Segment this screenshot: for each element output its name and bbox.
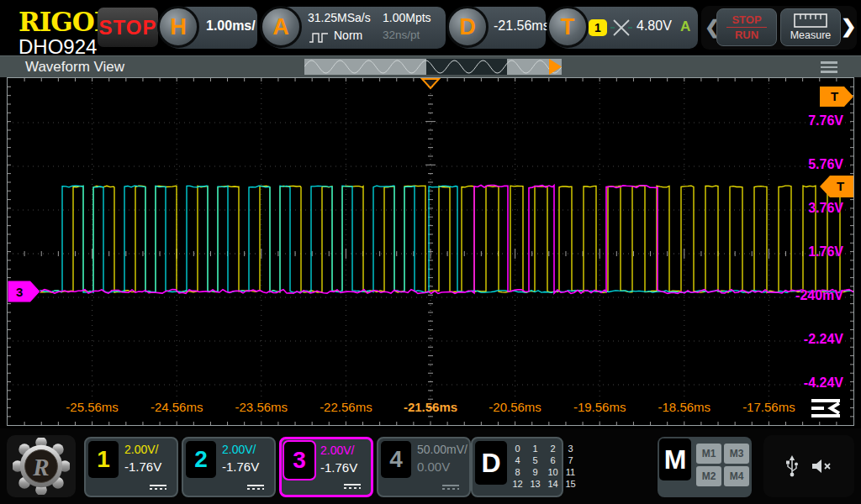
time-per-point: 32ns/pt (383, 29, 420, 41)
rigol-gear-logo[interactable]: R (7, 435, 76, 497)
acq-mode: Norm (334, 29, 362, 42)
channel-offset: -1.76V (124, 459, 161, 474)
channel-2-card[interactable]: 22.00V/-1.76V (182, 437, 276, 497)
digital-channel-label: 5 (529, 455, 541, 467)
digital-channel-label: 1 (529, 444, 541, 455)
volt-label: 3.76V (808, 201, 843, 216)
dc-coupling-icon (442, 485, 459, 490)
digital-channel-list: 0123456789101112131415 (511, 444, 577, 491)
delay-value: -21.56ms (494, 18, 550, 34)
collapse-menu-icon[interactable] (811, 396, 845, 420)
waveform-preview-strip[interactable] (304, 59, 562, 75)
time-label: -23.56ms (219, 400, 304, 414)
digital-channel-label: 8 (511, 467, 524, 479)
delay-section[interactable]: D -21.56ms (448, 7, 546, 49)
trigger-offscreen-flag[interactable]: T (820, 87, 853, 107)
channel-3-card[interactable]: 32.00V/-1.76V (279, 437, 373, 497)
toolbar-next-icon[interactable]: ❯ (841, 16, 856, 38)
channel-bar: R 12.00V/-1.76V22.00V/-1.76V32.00V/-1.76… (0, 428, 861, 504)
digital-channel-label: 11 (564, 467, 577, 479)
math-badge: M (659, 438, 691, 480)
digital-channel-label: 6 (547, 455, 559, 467)
stop-run-divider (726, 27, 767, 28)
digital-channel-label: 14 (547, 479, 559, 491)
time-label: -25.56ms (50, 400, 135, 414)
svg-text:T: T (831, 89, 838, 103)
math-button-m1[interactable]: M1 (696, 444, 721, 464)
channel-scale: 2.00V/ (222, 443, 256, 456)
math-card[interactable]: M M1M3M2M4 (658, 437, 752, 497)
acquisition-badge[interactable]: A (260, 6, 302, 48)
trigger-status: A (680, 18, 690, 35)
volt-label: -4.24V (804, 375, 843, 391)
digital-channel-label: 15 (564, 479, 577, 491)
menu-icon[interactable] (821, 61, 837, 76)
status-card (763, 435, 854, 497)
pulse-icon (309, 31, 329, 44)
stop-run-button[interactable]: STOP RUN (716, 8, 777, 46)
digital-channel-label: 13 (529, 479, 541, 491)
svg-text:3: 3 (16, 285, 23, 299)
stop-run-label-top: STOP (732, 13, 761, 26)
time-label: -20.56ms (473, 400, 557, 414)
oscilloscope-screen: RIGOL DHO924 STOP H 1.00ms/ A 31.25MSa/s… (0, 0, 861, 504)
channel-number: 3 (284, 442, 314, 479)
svg-text:T: T (837, 179, 844, 193)
horizontal-badge[interactable]: H (157, 6, 199, 48)
channel3-position-flag[interactable]: 3 (8, 281, 41, 302)
dc-coupling-icon (344, 484, 361, 489)
delay-badge[interactable]: D (446, 6, 489, 48)
stop-run-label-bottom: RUN (735, 29, 758, 41)
waveform-view-bar: Waveform View (0, 55, 861, 77)
trigger-position-marker[interactable] (420, 78, 441, 90)
channel-scale: 2.00V/ (320, 444, 354, 457)
trigger-level-value: 4.80V (637, 18, 672, 34)
timebase-value: 1.00ms/ (206, 18, 256, 34)
channel-4-card[interactable]: 450.00mV/0.00V (377, 437, 471, 497)
dc-coupling-icon (247, 485, 264, 490)
ruler-icon (794, 13, 827, 28)
digital-channel-label: 12 (511, 479, 524, 491)
gear-icon: R (13, 438, 70, 495)
svg-text:R: R (32, 454, 49, 480)
volt-label: -240mV (795, 288, 843, 303)
waveform-canvas (8, 78, 853, 425)
volt-label: 7.76V (808, 113, 843, 129)
channel-offset: -1.76V (320, 460, 357, 475)
channel-number: 4 (381, 441, 411, 478)
memory-depth: 1.00Mpts (383, 11, 431, 24)
run-state-indicator[interactable]: STOP (98, 8, 158, 47)
sample-rate: 31.25MSa/s (308, 11, 371, 24)
volt-label: -2.24V (804, 332, 843, 347)
volt-label: 1.76V (808, 244, 843, 260)
acquisition-section[interactable]: A 31.25MSa/s Norm 1.00Mpts 32ns/pt (261, 7, 446, 49)
trigger-section[interactable]: T 1 4.80V A (548, 7, 698, 49)
trigger-edge-icon (610, 18, 633, 38)
horizontal-section[interactable]: H 1.00ms/ (159, 7, 257, 49)
time-label: -19.56ms (557, 400, 642, 414)
digital-channel-label: 2 (547, 444, 559, 455)
digital-badge: D (475, 441, 507, 485)
waveform-display[interactable]: T T 3 7.76V5.76V3.76V1.76V-240mV-2.24V-4… (7, 77, 854, 426)
channel-offset: -1.76V (222, 459, 259, 474)
time-label: -24.56ms (135, 400, 219, 414)
time-label: -22.56ms (304, 400, 388, 414)
measure-button[interactable]: Measure (780, 8, 841, 46)
dc-coupling-icon (150, 485, 166, 490)
channel-1-card[interactable]: 12.00V/-1.76V (84, 437, 178, 497)
time-label: -17.56ms (726, 400, 811, 414)
digital-channel-label: 4 (511, 455, 524, 467)
trigger-level-flag[interactable]: T (820, 176, 853, 197)
channel-number: 1 (88, 441, 119, 478)
digital-channels-card[interactable]: D 0123456789101112131415 (471, 437, 563, 497)
toolbar-group: ❮ STOP RUN Measure ❯ (701, 6, 857, 50)
math-button-m2[interactable]: M2 (696, 466, 721, 486)
trigger-source-badge: 1 (589, 19, 607, 36)
time-label: -18.56ms (642, 400, 726, 414)
digital-channel-label: 3 (564, 444, 577, 455)
usb-icon (785, 455, 799, 477)
speaker-muted-icon[interactable] (811, 458, 832, 475)
math-button-m3[interactable]: M3 (724, 444, 749, 464)
math-button-m4[interactable]: M4 (724, 466, 749, 486)
trigger-badge[interactable]: T (547, 6, 589, 48)
